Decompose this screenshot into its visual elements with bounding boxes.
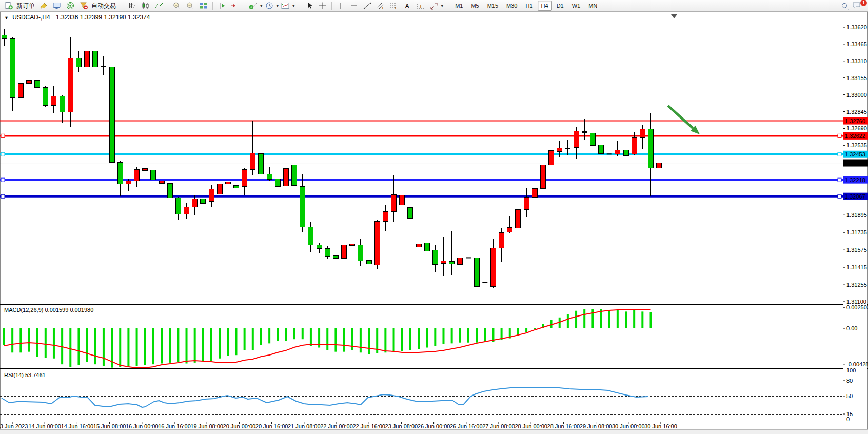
fibonacci-button[interactable]: F xyxy=(388,1,400,11)
price-line-label: 1.32374 xyxy=(845,160,865,166)
candlestick-chart-button[interactable] xyxy=(140,1,152,11)
chart-ohlc-values: 1.32336 1.32399 1.32190 1.32374 xyxy=(56,14,150,21)
timeframe-h1-button[interactable]: H1 xyxy=(522,1,537,11)
timeframe-m30-button[interactable]: M30 xyxy=(503,1,521,11)
macd-histogram-bar xyxy=(476,328,478,343)
trendline-button[interactable] xyxy=(361,1,373,11)
tile-windows-button[interactable] xyxy=(198,1,210,11)
templates-button[interactable] xyxy=(279,1,291,11)
timeframe-w1-button[interactable]: W1 xyxy=(568,1,584,11)
candle-bullish xyxy=(640,129,645,137)
auto-trading-label[interactable]: 自动交易 xyxy=(91,2,116,10)
candle-bullish xyxy=(242,169,247,186)
chart-window-icon xyxy=(52,2,62,10)
new-order-label[interactable]: 新订单 xyxy=(16,2,35,10)
auto-scroll-icon xyxy=(230,2,240,10)
candle-bearish xyxy=(366,260,371,264)
candle-bearish xyxy=(599,145,604,153)
candle-bearish xyxy=(117,162,123,184)
chart-title[interactable]: ▼ USDCAD-,H4 1.32336 1.32399 1.32190 1.3… xyxy=(4,14,150,21)
candle-bearish xyxy=(233,185,239,188)
equidistant-channel-button[interactable]: E xyxy=(374,1,387,11)
timeframe-m15-button[interactable]: M15 xyxy=(484,1,502,11)
search-button[interactable] xyxy=(839,1,851,11)
timeframe-d1-button[interactable]: D1 xyxy=(553,1,567,11)
text-label-button[interactable]: T xyxy=(415,1,427,11)
macd-histogram-bar xyxy=(434,328,436,346)
horizontal-line-button[interactable] xyxy=(348,1,360,11)
chart-shift-button[interactable] xyxy=(215,1,228,11)
notifications-button[interactable]: 1 xyxy=(852,1,864,11)
indicators-button[interactable] xyxy=(247,1,259,11)
macd-axis-value: -0.004283 xyxy=(846,361,868,367)
auto-trading-button[interactable] xyxy=(77,1,90,11)
periods-button[interactable] xyxy=(263,1,275,11)
vertical-line-button[interactable] xyxy=(334,1,347,11)
macd-histogram-bar xyxy=(442,328,444,344)
price-axis-value: 1.33620 xyxy=(846,24,867,30)
zoom-in-button[interactable] xyxy=(171,1,183,11)
chart-window-button[interactable] xyxy=(51,1,63,11)
macd-histogram-bar xyxy=(418,328,420,349)
text-button[interactable]: A xyxy=(401,1,413,11)
signals-button[interactable] xyxy=(64,1,76,11)
rsi-indicator-label: RSI(14) 53.7461 xyxy=(4,372,46,378)
macd-histogram-bar xyxy=(649,312,652,328)
channel-icon: E xyxy=(376,2,385,10)
templates-dropdown-icon[interactable]: ▾ xyxy=(292,3,295,8)
candle-bearish xyxy=(259,153,264,174)
indicators-dropdown-icon[interactable]: ▾ xyxy=(260,3,263,8)
candle-bearish xyxy=(648,129,653,168)
candle-bearish xyxy=(93,51,98,67)
price-axis-value: 1.33465 xyxy=(846,41,867,47)
chart-canvas[interactable]: 1.336201.334651.333101.331551.330001.328… xyxy=(0,0,868,434)
chart-title-expander-icon[interactable]: ▼ xyxy=(4,15,9,21)
candle-bullish xyxy=(143,168,148,170)
cursor-button[interactable] xyxy=(303,1,315,11)
clock-icon xyxy=(265,2,274,10)
line-chart-button[interactable] xyxy=(153,1,165,11)
arrows-dropdown-icon[interactable]: ▾ xyxy=(441,3,444,8)
candle-bearish xyxy=(333,255,338,258)
candlestick-chart-icon xyxy=(141,2,150,10)
auto-scroll-button[interactable] xyxy=(229,1,241,11)
macd-histogram-bar xyxy=(368,328,370,354)
zoom-out-button[interactable] xyxy=(184,1,196,11)
candle-bearish xyxy=(167,183,172,198)
bar-chart-button[interactable] xyxy=(126,1,139,11)
macd-axis-value: 0.002502 xyxy=(846,304,868,310)
candle-bullish xyxy=(657,163,662,168)
timeframe-m1-button[interactable]: M1 xyxy=(451,1,466,11)
timeframe-mn-button[interactable]: MN xyxy=(585,1,601,11)
candle-bearish xyxy=(565,148,570,148)
macd-histogram-bar xyxy=(302,328,304,339)
macd-histogram-bar xyxy=(393,328,395,352)
candle-bearish xyxy=(151,170,156,180)
periods-dropdown-icon[interactable]: ▾ xyxy=(277,3,279,8)
candle-bearish xyxy=(10,38,15,97)
macd-histogram-bar xyxy=(409,328,411,350)
candle-bullish xyxy=(615,150,620,154)
macd-histogram-bar xyxy=(459,328,461,343)
new-order-button[interactable] xyxy=(3,1,15,11)
macd-histogram-bar xyxy=(625,311,627,328)
timeframe-bar: M1M5M15M30H1H4D1W1MN xyxy=(451,1,601,11)
arrows-button[interactable] xyxy=(428,1,440,11)
candle-bullish xyxy=(490,248,496,286)
timeframe-m5-button[interactable]: M5 xyxy=(467,1,482,11)
candle-bearish xyxy=(35,80,40,87)
macd-histogram-bar xyxy=(119,328,121,367)
macd-histogram-bar xyxy=(28,328,30,352)
time-axis-value: 16 Jun 16:00 xyxy=(158,423,191,429)
candle-bullish xyxy=(458,258,463,264)
hline-handle xyxy=(838,152,841,156)
fibonacci-icon: F xyxy=(389,2,399,10)
timeframe-h4-button[interactable]: H4 xyxy=(538,1,552,11)
macd-histogram-bar xyxy=(3,328,5,345)
crosshair-button[interactable] xyxy=(317,1,329,11)
time-axis-value: 22 Jun 00:00 xyxy=(320,423,353,429)
styler-button[interactable] xyxy=(37,1,50,11)
rsi-axis-value: 100 xyxy=(846,367,856,373)
candle-bullish xyxy=(383,211,388,221)
chart-shift-icon xyxy=(217,2,226,10)
